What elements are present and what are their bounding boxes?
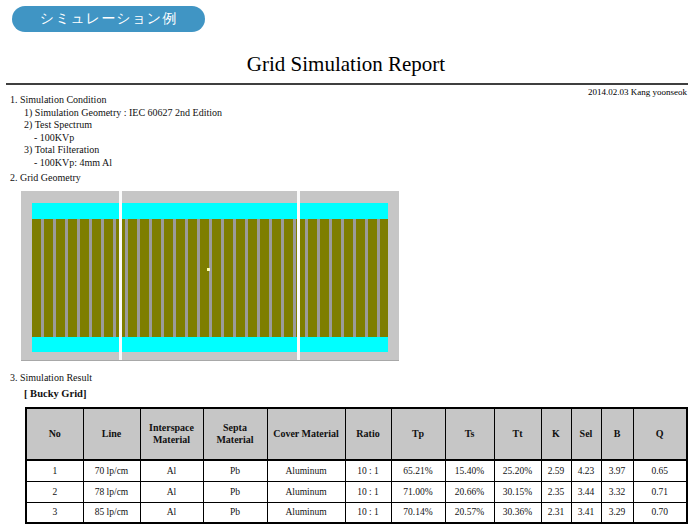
condition-line: - 100KVp: 4mm Al — [10, 157, 222, 170]
table-cell: 3 — [26, 502, 83, 523]
table-cell: 85 lp/cm — [83, 502, 140, 523]
date-author: 2014.02.03 Kang yoonseok — [588, 87, 687, 97]
table-cell: 65.21% — [391, 460, 445, 481]
table-cell: 25.20% — [494, 460, 541, 481]
condition-line: 3) Total Filteration — [10, 144, 222, 157]
column-header: Line — [83, 408, 140, 460]
table-cell: 1 — [26, 460, 83, 481]
condition-lines: 1) Simulation Geometry : IEC 60627 2nd E… — [10, 107, 222, 170]
table-cell: Al — [140, 481, 203, 502]
report-page: シミュレーション例 Grid Simulation Report 2014.02… — [0, 0, 692, 532]
table-cell: Aluminum — [267, 460, 345, 481]
column-header: Sel — [571, 408, 601, 460]
table-cell: Pb — [203, 460, 267, 481]
condition-line: 2) Test Spectrum — [10, 119, 222, 132]
table-cell: 10 : 1 — [345, 481, 391, 502]
page-title: Grid Simulation Report — [0, 52, 692, 77]
column-header: Ratio — [345, 408, 391, 460]
table-cell: 20.66% — [445, 481, 494, 502]
column-header: Q — [633, 408, 687, 460]
result-heading: 3. Simulation Result — [10, 372, 92, 383]
condition-line: 1) Simulation Geometry : IEC 60627 2nd E… — [10, 107, 222, 120]
table-cell: 0.70 — [633, 502, 687, 523]
column-header: Ts — [445, 408, 494, 460]
table-cell: 71.00% — [391, 481, 445, 502]
column-header: Cover Material — [267, 408, 345, 460]
panel-divider — [297, 191, 300, 360]
geometry-heading: 2. Grid Geometry — [10, 172, 81, 183]
table-cell: 3.29 — [601, 502, 633, 523]
table-cell: Aluminum — [267, 502, 345, 523]
cover-layer-top — [32, 203, 388, 219]
condition-line: - 100KVp — [10, 132, 222, 145]
annotation-badge: シミュレーション例 — [12, 6, 205, 32]
table-cell: 10 : 1 — [345, 460, 391, 481]
column-header: B — [601, 408, 633, 460]
results-table-body: 170 lp/cmAlPbAluminum10 : 165.21%15.40%2… — [26, 460, 687, 523]
results-table-header-row: NoLineInterspace MaterialSepta MaterialC… — [26, 408, 687, 460]
column-header: Septa Material — [203, 408, 267, 460]
table-cell: 78 lp/cm — [83, 481, 140, 502]
table-cell: Aluminum — [267, 481, 345, 502]
center-marker-dot — [207, 268, 210, 271]
table-cell: 30.15% — [494, 481, 541, 502]
table-cell: 10 : 1 — [345, 502, 391, 523]
table-cell: 2.59 — [541, 460, 571, 481]
header-divider — [6, 83, 688, 85]
table-cell: 2 — [26, 481, 83, 502]
column-header: Tp — [391, 408, 445, 460]
column-header: No — [26, 408, 83, 460]
table-row: 278 lp/cmAlPbAluminum10 : 171.00%20.66%3… — [26, 481, 687, 502]
table-cell: Al — [140, 460, 203, 481]
table-cell: 15.40% — [445, 460, 494, 481]
table-cell: 2.31 — [541, 502, 571, 523]
table-cell: Pb — [203, 502, 267, 523]
table-cell: 3.44 — [571, 481, 601, 502]
table-row: 385 lp/cmAlPbAluminum10 : 170.14%20.57%3… — [26, 502, 687, 523]
table-cell: 3.32 — [601, 481, 633, 502]
table-row: 170 lp/cmAlPbAluminum10 : 165.21%15.40%2… — [26, 460, 687, 481]
table-cell: 30.36% — [494, 502, 541, 523]
bucky-grid-label: [ Bucky Grid] — [24, 388, 86, 399]
table-cell: 3.97 — [601, 460, 633, 481]
table-cell: 70 lp/cm — [83, 460, 140, 481]
cover-layer-bottom — [32, 337, 388, 352]
condition-heading: 1. Simulation Condition — [10, 94, 222, 107]
results-table: NoLineInterspace MaterialSepta MaterialC… — [25, 407, 688, 524]
table-cell: 3.41 — [571, 502, 601, 523]
column-header: K — [541, 408, 571, 460]
simulation-condition-section: 1. Simulation Condition 1) Simulation Ge… — [10, 94, 222, 169]
table-cell: 70.14% — [391, 502, 445, 523]
table-cell: Pb — [203, 481, 267, 502]
grid-septa-pattern — [32, 219, 388, 337]
annotation-badge-label: シミュレーション例 — [40, 10, 177, 28]
table-cell: 0.71 — [633, 481, 687, 502]
grid-geometry-image — [21, 191, 399, 361]
table-cell: 0.65 — [633, 460, 687, 481]
table-cell: Al — [140, 502, 203, 523]
table-cell: 20.57% — [445, 502, 494, 523]
table-cell: 4.23 — [571, 460, 601, 481]
column-header: Tt — [494, 408, 541, 460]
panel-divider — [119, 191, 122, 360]
column-header: Interspace Material — [140, 408, 203, 460]
table-cell: 2.35 — [541, 481, 571, 502]
